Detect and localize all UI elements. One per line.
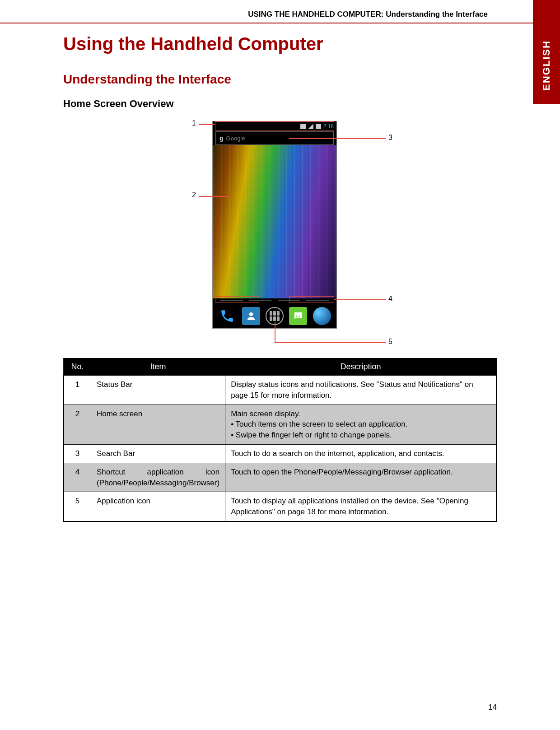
language-tab: ENGLISH [533, 27, 560, 104]
page-title: Using the Handheld Computer [63, 34, 497, 54]
nfc-icon [300, 124, 306, 129]
clock: 2:18 [323, 123, 334, 130]
language-label: ENGLISH [541, 40, 552, 91]
running-head: USING THE HANDHELD COMPUTER: Understandi… [0, 10, 560, 19]
cell-desc: Touch to open the Phone/People/Messaging… [225, 463, 496, 492]
dock-separator [213, 298, 336, 303]
phone-screenshot: 2:18 g Google [212, 121, 337, 329]
cell-no: 1 [64, 376, 91, 405]
figure: 2:18 g Google [63, 116, 497, 351]
col-no: No. [64, 358, 91, 376]
cell-desc: Touch to display all applications instal… [225, 492, 496, 521]
signal-icon [308, 124, 313, 129]
callout-label-2: 2 [192, 191, 196, 199]
browser-app-icon [313, 307, 331, 325]
cell-desc: Display status icons and notifications. … [225, 376, 496, 405]
cell-no: 2 [64, 405, 91, 444]
table-row: 5 Application icon Touch to display all … [64, 492, 496, 521]
people-app-icon [242, 307, 260, 325]
callout-label-5: 5 [388, 338, 392, 346]
phone-app-icon [218, 307, 236, 325]
callout-line-2 [199, 196, 230, 197]
callout-line-5v [275, 322, 275, 343]
table-header-row: No. Item Description [64, 358, 496, 376]
cell-item: Shortcut application icon (Phone/People/… [91, 463, 225, 492]
col-desc: Description [225, 358, 496, 376]
col-item: Item [91, 358, 225, 376]
cell-item: Home screen [91, 405, 225, 444]
callout-label-4: 4 [388, 295, 392, 303]
cell-no: 4 [64, 463, 91, 492]
section-title: Understanding the Interface [63, 72, 497, 87]
search-placeholder: Google [226, 135, 245, 142]
phone-status-bar: 2:18 [213, 121, 336, 131]
cell-item: Status Bar [91, 376, 225, 405]
table-row: 3 Search Bar Touch to do a search on the… [64, 444, 496, 463]
google-g-icon: g [219, 135, 224, 142]
cell-desc: Main screen display. • Touch items on th… [225, 405, 496, 444]
svg-point-1 [296, 315, 297, 316]
subsection-title: Home Screen Overview [63, 98, 497, 110]
callout-line-3 [289, 138, 386, 139]
callout-label-3: 3 [388, 134, 392, 142]
callout-line-1 [199, 124, 215, 125]
table-row: 2 Home screen Main screen display. • Tou… [64, 405, 496, 444]
page-number: 14 [488, 703, 497, 712]
header-accent-box [533, 0, 560, 27]
svg-point-2 [299, 315, 300, 316]
description-table: No. Item Description 1 Status Bar Displa… [63, 358, 497, 522]
battery-icon [316, 124, 321, 129]
messaging-app-icon [289, 307, 307, 325]
callout-line-5h [275, 342, 386, 343]
svg-point-0 [249, 312, 253, 316]
cell-desc: Touch to do a search on the internet, ap… [225, 444, 496, 463]
cell-no: 3 [64, 444, 91, 463]
callout-line-4 [334, 299, 386, 300]
table-row: 4 Shortcut application icon (Phone/Peopl… [64, 463, 496, 492]
table-row: 1 Status Bar Display status icons and no… [64, 376, 496, 405]
phone-wallpaper [213, 145, 336, 298]
header-rule [0, 23, 533, 23]
callout-label-1: 1 [192, 119, 196, 127]
page-content: Using the Handheld Computer Understandin… [63, 34, 497, 522]
cell-item: Application icon [91, 492, 225, 521]
cell-no: 5 [64, 492, 91, 521]
cell-item: Search Bar [91, 444, 225, 463]
